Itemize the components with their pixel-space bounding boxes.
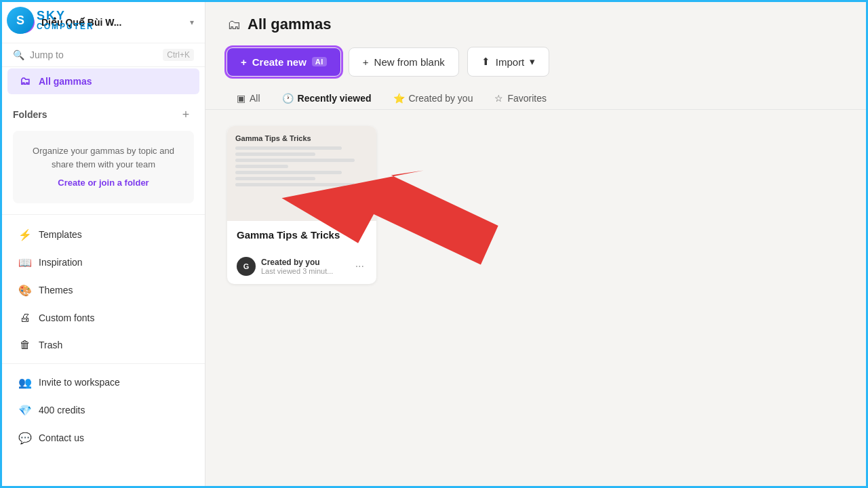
tab-favorites-icon: ☆ [494,93,503,104]
author-info: Created by you Last viewed 3 minut... [261,258,333,275]
tab-recently-label: Recently viewed [298,93,372,104]
card-title: Gamma Tips & Tricks [237,229,367,241]
tab-recently-viewed[interactable]: 🕐 Recently viewed [273,87,381,109]
card-footer: G Created by you Last viewed 3 minut... … [227,257,376,284]
import-chevron-icon: ▾ [530,56,535,68]
import-label: Import [496,56,525,68]
tab-favorites[interactable]: ☆ Favorites [485,87,556,109]
sidebar-item-custom-fonts[interactable]: 🖨 Custom fonts [7,305,199,331]
trash-label: Trash [39,340,62,350]
sidebar-bottom-nav: ⚡ Templates 📖 Inspiration 🎨 Themes 🖨 Cus… [2,220,205,453]
folders-empty-text: Organize your gammas by topic and share … [33,146,174,169]
invite-icon: 👥 [18,376,32,389]
sidebar-item-templates[interactable]: ⚡ Templates [7,222,199,248]
sidebar-item-trash[interactable]: 🗑 Trash [7,332,199,358]
invite-label: Invite to workspace [39,377,120,388]
search-icon: 🔍 [13,49,24,60]
create-new-button[interactable]: + Create new AI [227,48,340,76]
thumb-line-1 [235,146,342,150]
templates-label: Templates [39,229,82,240]
templates-icon: ⚡ [18,228,32,241]
new-from-blank-button[interactable]: + New from blank [349,47,459,77]
create-new-label: Create new [252,56,307,68]
card-body: Gamma Tips & Tricks [227,221,376,257]
tab-all-label: All [250,93,260,104]
card-menu-button[interactable]: ··· [353,258,367,275]
gammas-icon: 🗂 [18,75,32,87]
tab-created-by-you[interactable]: ⭐ Created by you [384,87,483,109]
themes-icon: 🎨 [18,284,32,297]
new-from-blank-plus-icon: + [363,56,369,68]
folders-header: Folders + [13,106,194,123]
contact-label: Contact us [39,432,84,443]
credits-icon: 💎 [18,404,32,417]
sidebar-item-contact[interactable]: 💬 Contact us [7,425,199,451]
tab-all[interactable]: ▣ All [227,87,270,109]
trash-icon: 🗑 [18,339,32,351]
tab-all-icon: ▣ [237,93,245,104]
folders-section: Folders + Organize your gammas by topic … [2,96,205,209]
main-content: 🗂 All gammas + Create new AI + New from … [205,2,866,486]
all-gammas-label: All gammas [39,76,92,87]
avatar-initials: G [243,262,250,270]
thumb-line-2 [235,152,315,156]
custom-fonts-label: Custom fonts [39,312,94,323]
author-time: Last viewed 3 minut... [261,267,333,275]
chevron-down-icon: ▾ [190,18,194,27]
folders-empty-state: Organize your gammas by topic and share … [13,131,194,203]
card-gamma-tips[interactable]: Gamma Tips & Tricks Gamma Tips & Tricks [227,126,376,284]
sidebar-item-all-gammas[interactable]: 🗂 All gammas [7,68,199,94]
main-header: 🗂 All gammas [205,2,866,33]
import-icon: ⬆ [481,56,490,68]
folders-title: Folders [13,109,47,120]
avatar: G [237,257,256,276]
watermark-sub: COMPUTER [37,22,94,31]
create-folder-link[interactable]: Create or join a folder [24,176,183,190]
page-title: All gammas [248,16,332,33]
sidebar-item-credits[interactable]: 💎 400 credits [7,397,199,424]
tab-created-icon: ⭐ [393,93,405,104]
jump-to-bar[interactable]: 🔍 Jump to Ctrl+K [2,43,205,67]
card-author: G Created by you Last viewed 3 minut... [237,257,333,276]
inspiration-label: Inspiration [39,257,83,268]
inspiration-icon: 📖 [18,256,32,269]
content-area: Gamma Tips & Tricks Gamma Tips & Tricks [205,110,866,486]
custom-fonts-icon: 🖨 [18,312,32,324]
card-thumb-title: Gamma Tips & Tricks [235,134,368,142]
contact-icon: 💬 [18,432,32,445]
watermark-logo: S [7,7,34,34]
themes-label: Themes [39,285,73,296]
jump-to-shortcut: Ctrl+K [163,49,194,61]
tabs-bar: ▣ All 🕐 Recently viewed ⭐ Created by you… [205,77,866,110]
card-thumbnail: Gamma Tips & Tricks [227,126,376,221]
sidebar-item-themes[interactable]: 🎨 Themes [7,277,199,304]
tab-recently-icon: 🕐 [282,93,294,104]
sidebar-item-invite[interactable]: 👥 Invite to workspace [7,369,199,396]
watermark: S SKY COMPUTER [7,7,94,34]
ai-badge: AI [312,57,327,66]
thumb-line-5 [235,171,342,174]
new-from-blank-label: New from blank [374,56,445,68]
action-bar: + Create new AI + New from blank ⬆ Impor… [205,33,866,77]
sidebar: D Diều Quế Bùi W... ▾ 🔍 Jump to Ctrl+K 🗂… [2,2,205,486]
jump-to-label: Jump to [30,49,64,60]
tab-favorites-label: Favorites [507,93,547,104]
create-new-plus-icon: + [241,56,247,68]
add-folder-button[interactable]: + [178,106,194,123]
sidebar-divider-2 [2,363,205,364]
sidebar-item-inspiration[interactable]: 📖 Inspiration [7,249,199,276]
thumb-line-3 [235,159,355,162]
watermark-text: SKY [37,9,94,23]
thumb-line-7 [235,183,355,186]
credits-label: 400 credits [39,405,85,415]
cards-grid: Gamma Tips & Tricks Gamma Tips & Tricks [227,126,844,284]
main-title-icon: 🗂 [227,17,241,33]
main-nav: 🗂 All gammas [2,67,205,96]
sidebar-divider-1 [2,214,205,215]
author-name: Created by you [261,258,333,267]
thumb-line-6 [235,177,315,180]
import-button[interactable]: ⬆ Import ▾ [467,47,550,77]
tab-created-label: Created by you [409,93,473,104]
thumb-line-4 [235,165,288,168]
